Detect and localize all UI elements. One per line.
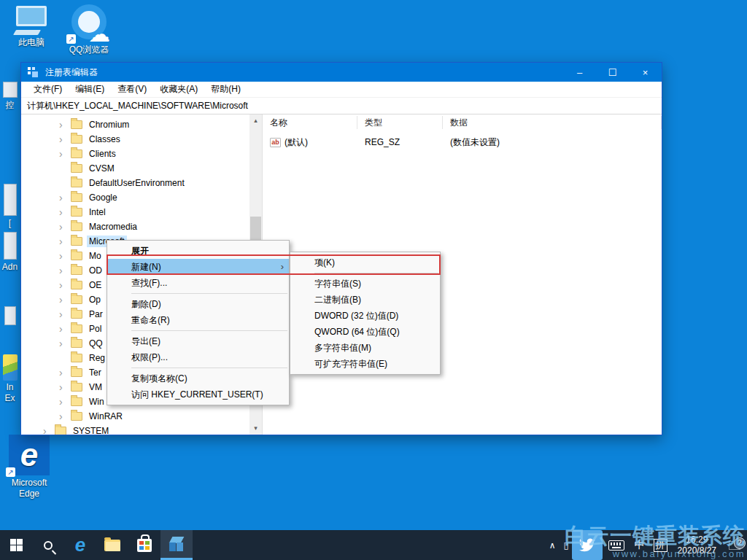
folder-icon	[71, 354, 82, 362]
chevron-right-icon[interactable]: ›	[59, 134, 71, 144]
chevron-right-icon[interactable]: ›	[59, 411, 71, 421]
menu-view[interactable]: 查看(V)	[111, 82, 153, 97]
address-bar[interactable]: 计算机\HKEY_LOCAL_MACHINE\SOFTWARE\Microsof…	[21, 98, 662, 114]
desktop-icon-qq-browser[interactable]: ☁ ↗ QQ浏览器	[61, 4, 117, 55]
taskbar-explorer-button[interactable]	[96, 530, 128, 560]
title-bar[interactable]: 注册表编辑器 – ☐ ×	[21, 63, 662, 82]
column-header-type[interactable]: 类型	[357, 116, 443, 129]
menu-item-goto-hkcu[interactable]: 访问 HKEY_CURRENT_USER(T)	[107, 386, 289, 402]
value-row-default[interactable]: ab (默认) REG_SZ (数值未设置)	[263, 135, 662, 149]
tree-item-intel[interactable]: ›Intel	[21, 205, 262, 219]
taskbar-edge-button[interactable]: e	[64, 530, 96, 560]
submenu-item-multi-string-value[interactable]: 多字符串值(M)	[290, 340, 440, 356]
chevron-right-icon[interactable]: ›	[59, 368, 71, 378]
menu-item-delete[interactable]: 删除(D)	[107, 296, 289, 312]
tree-item-macromedia[interactable]: ›Macromedia	[21, 219, 262, 234]
chevron-right-icon[interactable]: ›	[59, 222, 71, 232]
tree-item-winrar[interactable]: ›WinRAR	[21, 409, 262, 424]
chevron-right-icon[interactable]: ›	[59, 382, 71, 392]
chevron-right-icon[interactable]: ›	[59, 207, 71, 217]
ime-pinyin-indicator[interactable]: 拼	[654, 539, 667, 552]
tray-twitter-button[interactable]	[572, 530, 603, 560]
menu-edit[interactable]: 编辑(E)	[69, 82, 111, 97]
desktop-icon-microsoft-edge[interactable]: e ↗ Microsoft Edge	[4, 435, 54, 499]
desktop-icon-partial-1[interactable]: 控	[0, 82, 20, 111]
minimize-button[interactable]: –	[563, 63, 596, 82]
menu-item-rename[interactable]: 重命名(R)	[107, 312, 289, 328]
chevron-right-icon[interactable]: ›	[59, 338, 71, 349]
tree-item-label: Ter	[87, 367, 104, 378]
tree-item-label: Mo	[87, 250, 104, 262]
ime-language-indicator[interactable]: 中	[630, 539, 649, 552]
chevron-right-icon[interactable]: ›	[59, 265, 71, 276]
notification-button[interactable]: 2	[722, 530, 747, 560]
this-pc-icon	[15, 6, 48, 35]
taskbar-regedit-button[interactable]	[160, 530, 193, 560]
regedit-icon	[28, 67, 38, 77]
tree-item-classes[interactable]: ›Classes	[21, 132, 262, 147]
folder-icon	[71, 324, 82, 333]
desktop-icon-internet-explorer[interactable]: In Ex	[0, 354, 20, 404]
tree-item-defaultuserenvironment[interactable]: .DefaultUserEnvironment	[21, 176, 262, 190]
maximize-button[interactable]: ☐	[596, 63, 629, 82]
tray-display-icon[interactable]: ▯	[560, 540, 571, 551]
start-button[interactable]	[0, 530, 32, 560]
taskbar-store-button[interactable]	[128, 530, 160, 560]
chevron-right-icon[interactable]: ›	[59, 236, 71, 246]
chevron-right-icon[interactable]: ›	[59, 309, 71, 319]
scroll-down-icon[interactable]: ▾	[249, 422, 262, 435]
value-data: (数值未设置)	[443, 136, 662, 149]
chevron-right-icon[interactable]: ›	[59, 324, 71, 334]
touch-keyboard-icon[interactable]	[608, 540, 624, 551]
menu-item-export[interactable]: 导出(E)	[107, 333, 289, 349]
chevron-right-icon[interactable]: ›	[59, 295, 71, 305]
menu-bar: 文件(F) 编辑(E) 查看(V) 收藏夹(A) 帮助(H)	[21, 82, 662, 98]
desktop-icon-partial-3[interactable]: Adn	[0, 232, 20, 273]
search-button[interactable]	[32, 530, 64, 560]
desktop-icon-partial-4[interactable]	[0, 306, 20, 325]
menu-item-new[interactable]: 新建(N)›	[107, 259, 289, 275]
tree-item-cvsm[interactable]: .CVSM	[21, 161, 262, 176]
column-header-name[interactable]: 名称	[263, 116, 357, 129]
menu-item-copy-key-name[interactable]: 复制项名称(C)	[107, 370, 289, 386]
folder-icon	[71, 193, 82, 202]
chevron-right-icon[interactable]: ›	[43, 426, 55, 435]
chevron-right-icon[interactable]: ›	[59, 120, 71, 130]
chevron-right-icon[interactable]: ›	[59, 280, 71, 290]
tree-item-system[interactable]: ›SYSTEM	[21, 424, 262, 435]
submenu-item-binary-value[interactable]: 二进制值(B)	[290, 292, 440, 308]
notification-badge: 2	[734, 537, 746, 549]
menu-item-expand[interactable]: 展开	[107, 243, 289, 259]
icon-label: Edge	[4, 489, 54, 499]
regedit-icon	[169, 537, 184, 551]
tree-item-google[interactable]: ›Google	[21, 190, 262, 205]
chevron-up-icon[interactable]: ∧	[544, 540, 561, 551]
tree-item-clients[interactable]: ›Clients	[21, 147, 262, 161]
submenu-item-expandable-string-value[interactable]: 可扩充字符串值(E)	[290, 356, 440, 372]
folder-icon	[71, 412, 82, 421]
tree-item-label: Clients	[87, 148, 118, 160]
chevron-right-icon[interactable]: ›	[59, 149, 71, 159]
desktop-icon-this-pc[interactable]: 此电脑	[7, 6, 55, 48]
chevron-right-icon[interactable]: ›	[59, 192, 71, 203]
tree-item-chromium[interactable]: ›Chromium	[21, 117, 262, 132]
shortcut-arrow-icon: ↗	[66, 34, 76, 44]
close-button[interactable]: ×	[629, 63, 662, 82]
submenu-item-key[interactable]: 项(K)	[290, 254, 440, 271]
menu-item-find[interactable]: 查找(F)...	[107, 275, 289, 291]
submenu-item-qword-value[interactable]: QWORD (64 位)值(Q)	[290, 324, 440, 340]
scroll-up-icon[interactable]: ▴	[249, 114, 262, 127]
menu-item-permissions[interactable]: 权限(P)...	[107, 349, 289, 365]
chevron-right-icon[interactable]: ›	[59, 397, 71, 407]
menu-help[interactable]: 帮助(H)	[204, 82, 247, 97]
folder-icon	[71, 383, 82, 392]
menu-file[interactable]: 文件(F)	[27, 82, 69, 97]
icon-label: Microsoft	[4, 478, 54, 489]
chevron-right-icon[interactable]: ›	[59, 251, 71, 261]
clock[interactable]: 16:29 2020/8/27	[672, 534, 722, 556]
menu-favorites[interactable]: 收藏夹(A)	[153, 82, 204, 97]
submenu-item-string-value[interactable]: 字符串值(S)	[290, 276, 440, 292]
submenu-item-dword-value[interactable]: DWORD (32 位)值(D)	[290, 308, 440, 324]
desktop-icon-partial-2[interactable]: [	[0, 184, 20, 229]
column-header-data[interactable]: 数据	[443, 116, 662, 129]
